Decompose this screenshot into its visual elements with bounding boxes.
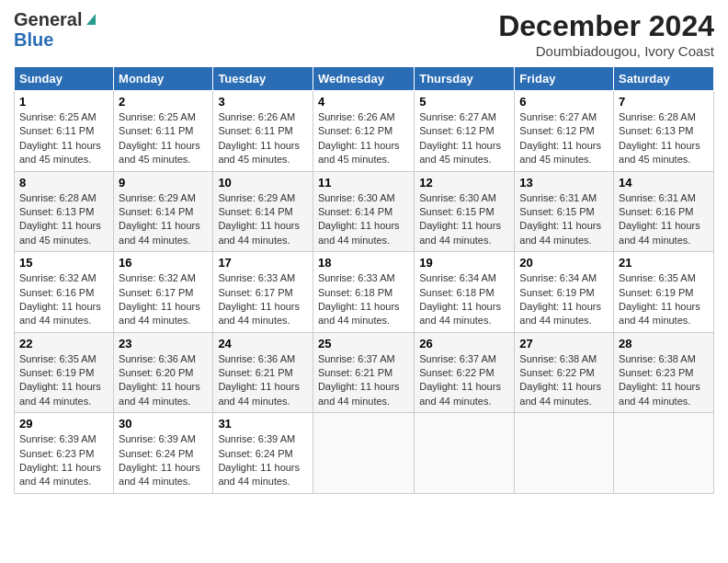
day-number: 30 (119, 417, 208, 431)
logo-blue: Blue (14, 29, 53, 50)
day-number: 5 (419, 95, 509, 109)
day-number: 1 (19, 95, 108, 109)
day-info: Sunrise: 6:38 AMSunset: 6:22 PMDaylight:… (519, 353, 601, 407)
calendar-day-cell: 7 Sunrise: 6:28 AMSunset: 6:13 PMDayligh… (614, 91, 714, 172)
page-header: General Blue December 2024 Doumbiadougou… (14, 9, 714, 59)
day-info: Sunrise: 6:32 AMSunset: 6:16 PMDaylight:… (19, 272, 101, 326)
day-number: 24 (218, 337, 308, 350)
day-number: 20 (519, 256, 609, 270)
day-number: 31 (218, 417, 308, 431)
day-info: Sunrise: 6:36 AMSunset: 6:20 PMDaylight:… (119, 353, 200, 407)
calendar-day-cell: 28 Sunrise: 6:38 AMSunset: 6:23 PMDaylig… (614, 332, 714, 413)
calendar-day-cell: 14 Sunrise: 6:31 AMSunset: 6:16 PMDaylig… (614, 171, 714, 252)
calendar-day-cell: 23 Sunrise: 6:36 AMSunset: 6:20 PMDaylig… (114, 332, 213, 413)
day-info: Sunrise: 6:34 AMSunset: 6:19 PMDaylight:… (519, 272, 601, 326)
calendar-day-cell (313, 413, 414, 494)
calendar-day-cell: 15 Sunrise: 6:32 AMSunset: 6:16 PMDaylig… (15, 252, 114, 333)
calendar-week-row: 29 Sunrise: 6:39 AMSunset: 6:23 PMDaylig… (15, 413, 714, 494)
calendar-day-cell: 6 Sunrise: 6:27 AMSunset: 6:12 PMDayligh… (515, 91, 614, 172)
calendar-day-cell: 2 Sunrise: 6:25 AMSunset: 6:11 PMDayligh… (114, 91, 213, 172)
day-info: Sunrise: 6:29 AMSunset: 6:14 PMDaylight:… (218, 192, 300, 246)
weekday-header-cell: Monday (114, 67, 213, 91)
day-info: Sunrise: 6:32 AMSunset: 6:17 PMDaylight:… (119, 272, 200, 326)
day-number: 25 (318, 337, 409, 350)
calendar-day-cell: 13 Sunrise: 6:31 AMSunset: 6:15 PMDaylig… (515, 171, 614, 252)
day-number: 14 (619, 176, 709, 190)
day-number: 27 (519, 337, 609, 350)
day-number: 17 (218, 256, 308, 270)
calendar-week-row: 22 Sunrise: 6:35 AMSunset: 6:19 PMDaylig… (15, 332, 714, 413)
day-info: Sunrise: 6:30 AMSunset: 6:14 PMDaylight:… (318, 192, 400, 246)
calendar-day-cell: 31 Sunrise: 6:39 AMSunset: 6:24 PMDaylig… (213, 413, 313, 494)
calendar-day-cell: 27 Sunrise: 6:38 AMSunset: 6:22 PMDaylig… (515, 332, 614, 413)
day-info: Sunrise: 6:39 AMSunset: 6:24 PMDaylight:… (218, 433, 300, 487)
calendar-day-cell: 11 Sunrise: 6:30 AMSunset: 6:14 PMDaylig… (313, 171, 414, 252)
calendar-table: SundayMondayTuesdayWednesdayThursdayFrid… (14, 66, 714, 494)
weekday-header-cell: Saturday (614, 67, 714, 91)
calendar-day-cell: 12 Sunrise: 6:30 AMSunset: 6:15 PMDaylig… (415, 171, 515, 252)
day-number: 3 (218, 95, 308, 109)
day-info: Sunrise: 6:25 AMSunset: 6:11 PMDaylight:… (119, 111, 200, 165)
calendar-day-cell: 5 Sunrise: 6:27 AMSunset: 6:12 PMDayligh… (415, 91, 515, 172)
day-info: Sunrise: 6:35 AMSunset: 6:19 PMDaylight:… (19, 353, 101, 407)
title-block: December 2024 Doumbiadougou, Ivory Coast (498, 9, 714, 59)
day-number: 2 (119, 95, 208, 109)
day-info: Sunrise: 6:28 AMSunset: 6:13 PMDaylight:… (19, 192, 101, 246)
day-number: 8 (19, 176, 108, 190)
calendar-body: 1 Sunrise: 6:25 AMSunset: 6:11 PMDayligh… (15, 91, 714, 494)
calendar-day-cell: 3 Sunrise: 6:26 AMSunset: 6:11 PMDayligh… (213, 91, 313, 172)
day-info: Sunrise: 6:39 AMSunset: 6:23 PMDaylight:… (19, 433, 101, 487)
day-number: 7 (619, 95, 709, 109)
day-info: Sunrise: 6:35 AMSunset: 6:19 PMDaylight:… (619, 272, 700, 326)
day-number: 15 (19, 256, 108, 270)
weekday-header-row: SundayMondayTuesdayWednesdayThursdayFrid… (15, 67, 714, 91)
day-info: Sunrise: 6:37 AMSunset: 6:21 PMDaylight:… (318, 353, 400, 407)
calendar-day-cell: 30 Sunrise: 6:39 AMSunset: 6:24 PMDaylig… (114, 413, 213, 494)
logo: General Blue (14, 9, 99, 50)
calendar-week-row: 8 Sunrise: 6:28 AMSunset: 6:13 PMDayligh… (15, 171, 714, 252)
day-info: Sunrise: 6:27 AMSunset: 6:12 PMDaylight:… (519, 111, 601, 165)
calendar-day-cell: 29 Sunrise: 6:39 AMSunset: 6:23 PMDaylig… (15, 413, 114, 494)
weekday-header-cell: Friday (515, 67, 614, 91)
day-number: 6 (519, 95, 609, 109)
day-info: Sunrise: 6:26 AMSunset: 6:11 PMDaylight:… (218, 111, 300, 165)
calendar-day-cell: 24 Sunrise: 6:36 AMSunset: 6:21 PMDaylig… (213, 332, 313, 413)
day-number: 28 (619, 337, 709, 350)
weekday-header-cell: Sunday (15, 67, 114, 91)
day-number: 10 (218, 176, 308, 190)
day-number: 18 (318, 256, 409, 270)
day-number: 29 (19, 417, 108, 431)
day-info: Sunrise: 6:30 AMSunset: 6:15 PMDaylight:… (419, 192, 501, 246)
location-title: Doumbiadougou, Ivory Coast (498, 43, 714, 59)
day-number: 19 (419, 256, 509, 270)
day-info: Sunrise: 6:37 AMSunset: 6:22 PMDaylight:… (419, 353, 501, 407)
logo-icon (83, 10, 99, 27)
day-info: Sunrise: 6:28 AMSunset: 6:13 PMDaylight:… (619, 111, 700, 165)
day-info: Sunrise: 6:36 AMSunset: 6:21 PMDaylight:… (218, 353, 300, 407)
day-info: Sunrise: 6:34 AMSunset: 6:18 PMDaylight:… (419, 272, 501, 326)
weekday-header-cell: Tuesday (213, 67, 313, 91)
day-number: 4 (318, 95, 409, 109)
calendar-day-cell: 20 Sunrise: 6:34 AMSunset: 6:19 PMDaylig… (515, 252, 614, 333)
day-number: 16 (119, 256, 208, 270)
calendar-day-cell (614, 413, 714, 494)
calendar-day-cell: 19 Sunrise: 6:34 AMSunset: 6:18 PMDaylig… (415, 252, 515, 333)
calendar-day-cell: 9 Sunrise: 6:29 AMSunset: 6:14 PMDayligh… (114, 171, 213, 252)
calendar-day-cell: 4 Sunrise: 6:26 AMSunset: 6:12 PMDayligh… (313, 91, 414, 172)
day-info: Sunrise: 6:27 AMSunset: 6:12 PMDaylight:… (419, 111, 501, 165)
day-info: Sunrise: 6:25 AMSunset: 6:11 PMDaylight:… (19, 111, 101, 165)
day-info: Sunrise: 6:33 AMSunset: 6:17 PMDaylight:… (218, 272, 300, 326)
day-number: 26 (419, 337, 509, 350)
calendar-week-row: 15 Sunrise: 6:32 AMSunset: 6:16 PMDaylig… (15, 252, 714, 333)
logo-general: General (14, 9, 82, 29)
day-number: 21 (619, 256, 709, 270)
day-number: 11 (318, 176, 409, 190)
day-info: Sunrise: 6:31 AMSunset: 6:15 PMDaylight:… (519, 192, 601, 246)
day-info: Sunrise: 6:39 AMSunset: 6:24 PMDaylight:… (119, 433, 200, 487)
day-number: 13 (519, 176, 609, 190)
calendar-day-cell: 22 Sunrise: 6:35 AMSunset: 6:19 PMDaylig… (15, 332, 114, 413)
day-info: Sunrise: 6:38 AMSunset: 6:23 PMDaylight:… (619, 353, 700, 407)
day-info: Sunrise: 6:31 AMSunset: 6:16 PMDaylight:… (619, 192, 700, 246)
calendar-day-cell: 17 Sunrise: 6:33 AMSunset: 6:17 PMDaylig… (213, 252, 313, 333)
weekday-header-cell: Wednesday (313, 67, 414, 91)
